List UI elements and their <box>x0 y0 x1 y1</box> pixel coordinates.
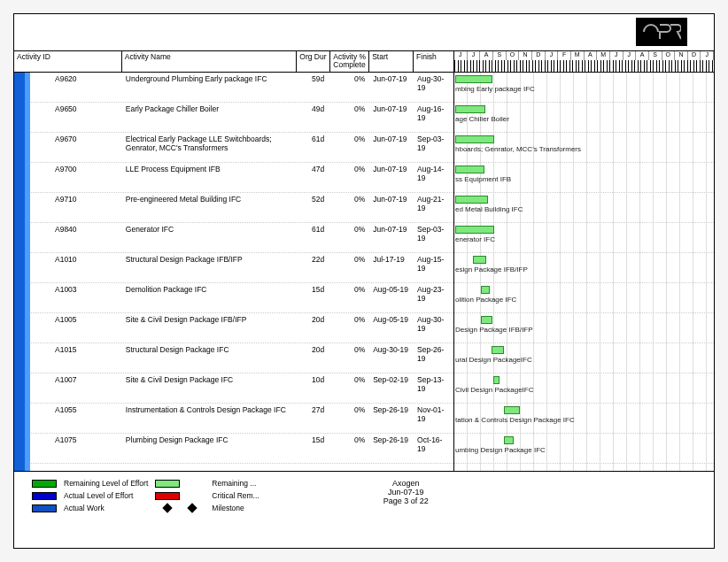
cell-finish: Sep-26-19 <box>414 343 453 373</box>
month-cell: M <box>571 51 585 60</box>
cell-finish: Sep-03-19 <box>414 133 453 162</box>
gantt-row: Design Package IFB/IFP <box>454 313 714 343</box>
cell-id: A1015 <box>14 343 122 373</box>
cell-start: Sep-02-19 <box>369 373 414 403</box>
cell-finish: Aug-23-19 <box>414 283 453 312</box>
cell-name: Structural Design Package IFB/IFP <box>122 253 298 282</box>
cell-finish: Aug-30-19 <box>414 313 453 343</box>
gantt-bar <box>455 166 484 173</box>
cell-finish: Aug-21-19 <box>414 193 453 222</box>
gantt-row: esign Package IFB/IFP <box>454 253 714 283</box>
cell-dur: 49d <box>297 103 330 132</box>
cell-start: Sep-26-19 <box>369 404 414 433</box>
cell-pct: 0% <box>330 223 369 252</box>
cell-finish: Nov-01-19 <box>414 404 453 433</box>
cell-start: Aug-05-19 <box>369 283 414 312</box>
cell-id: A9670 <box>14 133 122 162</box>
month-cell: J <box>623 51 637 60</box>
column-headers: Activity ID Activity Name Org Dur Activi… <box>14 51 453 73</box>
gantt-bar-label: olition Package IFC <box>455 296 516 304</box>
gantt-row: tation & Controls Design Package IFC <box>454 404 714 434</box>
month-cell: N <box>675 51 688 60</box>
month-cell: S <box>649 51 662 60</box>
gantt-bar-label: hboards; Genrator, MCC's Transformers <box>455 145 581 153</box>
legend-label: Remaining ... <box>212 479 259 488</box>
cell-name: Plumbing Design Package IFC <box>122 434 298 463</box>
table-row: A9840Generator IFC61d0%Jun-07-19Sep-03-1… <box>14 223 453 253</box>
cell-start: Jul-17-19 <box>369 253 414 282</box>
legend-label: Actual Level of Effort <box>64 491 148 500</box>
month-cell: D <box>532 51 546 60</box>
cell-name: Site & Civil Design Package IFC <box>122 373 298 403</box>
cell-pct: 0% <box>330 434 369 463</box>
gantt-bar <box>455 135 494 143</box>
gantt-bar <box>455 196 488 204</box>
table-rows: A9620Underground Plumbing Early package … <box>14 73 453 471</box>
cell-start: Aug-30-19 <box>369 343 414 373</box>
cell-start: Aug-05-19 <box>369 313 414 343</box>
month-cell: A <box>585 51 598 60</box>
cell-finish: Sep-03-19 <box>414 223 453 252</box>
gantt-bar-label: ed Metal Building IFC <box>455 205 523 213</box>
cell-pct: 0% <box>330 404 369 433</box>
cell-start: Jun-07-19 <box>369 163 414 192</box>
gantt-bar <box>481 286 490 294</box>
gantt-bar <box>493 376 500 384</box>
week-ticks <box>454 60 714 73</box>
cell-id: A1055 <box>14 404 122 433</box>
cell-name: Generator IFC <box>122 223 298 252</box>
cell-dur: 10d <box>297 373 330 403</box>
cell-dur: 27d <box>297 404 330 433</box>
cell-name: Structural Design Package IFC <box>122 343 298 373</box>
gantt-row: ed Metal Building IFC <box>454 193 714 223</box>
cell-name: LLE Process Equipment IFB <box>122 163 298 192</box>
report-date: Jun-07-19 <box>383 488 429 497</box>
timeline-body: mbing Early package IFCage Chiller Boile… <box>454 73 714 471</box>
cell-dur: 59d <box>297 73 330 102</box>
swatch-critical <box>155 492 180 500</box>
month-cell: D <box>688 51 701 60</box>
table-row: A1010Structural Design Package IFB/IFP22… <box>14 253 453 283</box>
month-cell: J <box>546 51 559 60</box>
gantt-bar-label: tation & Controls Design Package IFC <box>455 416 575 424</box>
cell-dur: 61d <box>297 133 330 162</box>
cell-dur: 20d <box>297 343 330 373</box>
cell-name: Early Package Chiller Boiler <box>122 103 298 132</box>
table-row: A9710Pre-engineered Metal Building IFC52… <box>14 193 453 223</box>
table-row: A1007Site & Civil Design Package IFC10d0… <box>14 373 453 404</box>
gantt-bar <box>455 75 492 83</box>
cell-id: A9620 <box>14 73 122 102</box>
cell-pct: 0% <box>330 73 369 102</box>
month-cell: N <box>519 51 532 60</box>
cell-dur: 15d <box>297 434 330 463</box>
cell-dur: 22d <box>297 253 330 282</box>
table-row: A1075Plumbing Design Package IFC15d0%Sep… <box>14 434 453 464</box>
swatch-remaining-loe <box>32 480 57 488</box>
table-row: A1003Demolition Package IFC15d0%Aug-05-1… <box>14 283 453 313</box>
gantt-bar <box>455 105 485 113</box>
cell-dur: 47d <box>297 163 330 192</box>
cell-id: A1005 <box>14 313 122 343</box>
cell-name: Instrumentation & Controls Design Packag… <box>122 404 298 433</box>
month-cell: O <box>662 51 676 60</box>
cell-pct: 0% <box>330 193 369 222</box>
cell-id: A1075 <box>14 434 122 463</box>
legend-label: Actual Work <box>64 504 148 512</box>
gantt-row: ss Equipment IFB <box>454 163 714 193</box>
gantt-bar-label: umbing Design Package IFC <box>455 446 546 454</box>
cell-id: A1010 <box>14 253 122 282</box>
month-cell: A <box>636 51 649 60</box>
cell-pct: 0% <box>330 103 369 132</box>
activity-table: Activity ID Activity Name Org Dur Activi… <box>14 51 454 471</box>
legend-label: Critical Rem... <box>212 491 259 500</box>
gantt-chart: JJASONDJFMAMJJASONDJ mbing Early package… <box>454 51 714 471</box>
gantt-bar <box>481 316 492 324</box>
header-start: Start <box>369 51 414 72</box>
gantt-row: Civil Design PackageIFC <box>454 373 714 404</box>
cell-name: Underground Plumbing Early package IFC <box>122 73 298 102</box>
month-cell: J <box>454 51 468 60</box>
cell-finish: Aug-16-19 <box>414 103 453 132</box>
cell-name: Pre-engineered Metal Building IFC <box>122 193 298 222</box>
cell-id: A9710 <box>14 193 122 222</box>
header-activity-id: Activity ID <box>14 51 122 72</box>
